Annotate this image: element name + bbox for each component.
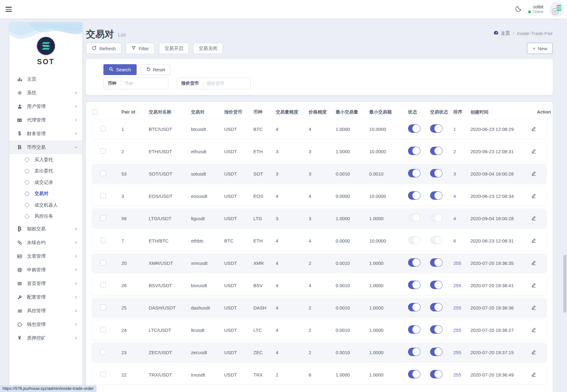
trade-status-toggle[interactable] — [430, 281, 442, 289]
sort-link[interactable]: 255 — [453, 261, 461, 266]
trade-status-toggle[interactable] — [430, 236, 442, 244]
sort-link[interactable]: 2 — [453, 149, 456, 154]
edit-button[interactable] — [531, 371, 537, 377]
sidebar-item-user-management[interactable]: 用户管理 — [9, 100, 82, 113]
trade-status-toggle[interactable] — [430, 325, 442, 334]
sidebar-item-perpetual-contract[interactable]: 永续合约 — [9, 236, 82, 249]
cell-pair-id: 22 — [118, 372, 145, 377]
sidebar-item-staking-mining[interactable]: ¥质押挖矿 — [9, 331, 82, 345]
sort-link[interactable]: 3 — [453, 171, 456, 176]
submenu-item-trade-robot[interactable]: 成交机器人 — [9, 199, 82, 211]
sidebar-item-coin-trade[interactable]: B币币交易 — [9, 140, 82, 154]
edit-button[interactable] — [531, 327, 537, 332]
submenu-item-buy-orders[interactable]: 买入委托 — [9, 154, 82, 166]
status-toggle[interactable] — [408, 281, 420, 289]
edit-button[interactable] — [531, 349, 537, 355]
breadcrumb-home-link[interactable]: 主页 — [493, 30, 510, 36]
trade-status-toggle[interactable] — [430, 348, 442, 356]
quote-filter-input[interactable] — [203, 78, 250, 89]
status-toggle[interactable] — [408, 214, 420, 222]
submenu-item-trade-pairs[interactable]: 交易对 — [9, 188, 82, 200]
trade-close-button[interactable]: 交易关闭 — [193, 43, 223, 54]
edit-button[interactable] — [531, 193, 537, 198]
row-checkbox[interactable] — [100, 372, 106, 377]
status-toggle[interactable] — [408, 124, 420, 133]
cell-pair-id: 26 — [118, 283, 145, 288]
status-toggle[interactable] — [408, 169, 420, 177]
sort-link[interactable]: 4 — [453, 194, 456, 199]
sidebar-item-home[interactable]: 主页 — [9, 72, 82, 86]
reset-button[interactable]: Reset — [141, 64, 170, 75]
row-checkbox[interactable] — [100, 238, 106, 243]
sidebar-item-option-trade[interactable]: ₿期权交易 — [9, 222, 82, 236]
header-created-at[interactable]: 创建时间↑ — [467, 109, 533, 115]
sidebar-item-system[interactable]: 系统 — [9, 86, 82, 100]
trade-status-toggle[interactable] — [430, 303, 442, 311]
header-pair-id[interactable]: Pair Id↑ — [118, 109, 145, 114]
search-button[interactable]: Search — [103, 64, 137, 75]
edit-button[interactable] — [531, 215, 537, 221]
sort-link[interactable]: 4 — [453, 216, 456, 221]
trade-open-button[interactable]: 交易开启 — [159, 43, 189, 54]
submenu-item-risk-tasks[interactable]: 风控任务 — [9, 211, 82, 222]
trade-status-toggle[interactable] — [430, 124, 442, 133]
row-checkbox[interactable] — [100, 215, 106, 221]
trade-status-toggle[interactable] — [430, 370, 442, 378]
edit-button[interactable] — [531, 304, 537, 310]
trade-status-toggle[interactable] — [430, 147, 442, 155]
sort-link[interactable]: 255 — [453, 327, 461, 333]
row-checkbox[interactable] — [100, 148, 106, 154]
row-checkbox[interactable] — [100, 171, 106, 176]
edit-button[interactable] — [531, 170, 537, 176]
sidebar-item-finance-management[interactable]: $财务管理 — [9, 127, 82, 140]
row-checkbox[interactable] — [100, 193, 106, 198]
status-toggle[interactable] — [408, 258, 420, 267]
dark-mode-toggle[interactable] — [515, 5, 522, 14]
trade-status-toggle[interactable] — [430, 214, 442, 222]
sort-link[interactable]: 255 — [453, 283, 461, 288]
edit-button[interactable] — [531, 282, 537, 288]
sort-link[interactable]: 1 — [453, 127, 456, 132]
row-checkbox[interactable] — [100, 282, 106, 288]
sidebar-item-config-management[interactable]: 配置管理 — [9, 290, 82, 304]
sidebar-item-risk-management[interactable]: 风控管理 — [9, 304, 82, 318]
filter-button[interactable]: Filter — [126, 43, 155, 54]
refresh-button[interactable]: Refresh — [86, 43, 121, 54]
sort-link[interactable]: 255 — [453, 305, 461, 310]
row-checkbox[interactable] — [100, 126, 106, 131]
row-checkbox[interactable] — [100, 327, 106, 332]
sidebar-item-wallet-management[interactable]: 钱包管理 — [9, 318, 82, 331]
edit-button[interactable] — [531, 237, 537, 243]
status-toggle[interactable] — [408, 147, 420, 155]
new-button[interactable]: + New — [527, 43, 553, 54]
edit-button[interactable] — [531, 260, 537, 265]
sidebar-item-subscription-management[interactable]: 申购管理 — [9, 263, 82, 277]
status-toggle[interactable] — [408, 370, 420, 378]
row-checkbox[interactable] — [100, 305, 106, 310]
coin-filter-input[interactable] — [121, 78, 168, 89]
trade-status-toggle[interactable] — [430, 191, 442, 200]
hamburger-menu-icon[interactable] — [6, 5, 14, 13]
trade-status-toggle[interactable] — [430, 258, 442, 267]
sort-link[interactable]: 6 — [453, 238, 456, 243]
sidebar-item-article-management[interactable]: 文章管理 — [9, 249, 82, 263]
submenu-item-sell-orders[interactable]: 卖出委托 — [9, 166, 82, 177]
status-toggle[interactable] — [408, 303, 420, 311]
status-toggle[interactable] — [408, 191, 420, 200]
status-toggle[interactable] — [408, 325, 420, 334]
row-checkbox[interactable] — [100, 349, 106, 355]
status-toggle[interactable] — [408, 236, 420, 244]
select-all-checkbox[interactable] — [92, 109, 98, 115]
sort-link[interactable]: 255 — [453, 372, 461, 377]
row-checkbox[interactable] — [100, 260, 106, 265]
scrollbar-thumb[interactable] — [563, 255, 566, 313]
status-toggle[interactable] — [408, 348, 420, 356]
submenu-item-trade-records[interactable]: 成交记录 — [9, 177, 82, 188]
sidebar-item-agent-management[interactable]: 代理管理 — [9, 113, 82, 127]
edit-button[interactable] — [531, 126, 537, 131]
trade-status-toggle[interactable] — [430, 169, 442, 177]
edit-button[interactable] — [531, 148, 537, 154]
avatar[interactable]: R — [550, 2, 564, 16]
sort-link[interactable]: 255 — [453, 350, 461, 355]
sidebar-item-homepage-management[interactable]: 首页管理 — [9, 277, 82, 290]
